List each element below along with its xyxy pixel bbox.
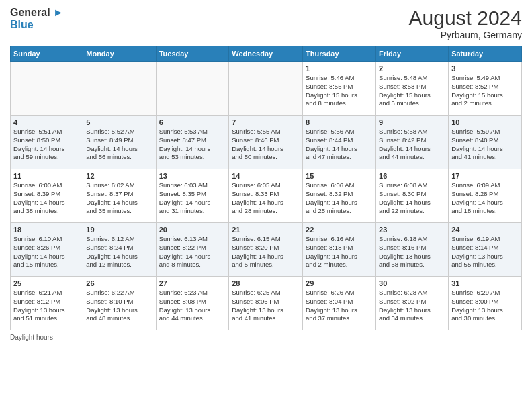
column-header-saturday: Saturday [449, 46, 522, 62]
day-detail: Sunrise: 6:29 AM Sunset: 8:00 PM Dayligh… [451, 289, 519, 323]
calendar-cell: 15Sunrise: 6:06 AM Sunset: 8:32 PM Dayli… [303, 169, 376, 223]
column-header-sunday: Sunday [11, 46, 83, 62]
location: Pyrbaum, Germany [409, 30, 522, 40]
day-number: 28 [232, 279, 300, 287]
day-number: 5 [86, 118, 152, 126]
calendar-cell: 7Sunrise: 5:55 AM Sunset: 8:46 PM Daylig… [229, 116, 303, 169]
day-number: 3 [451, 64, 519, 73]
daylight-label: Daylight hours [10, 334, 53, 341]
calendar-week-3: 11Sunrise: 6:00 AM Sunset: 8:39 PM Dayli… [11, 169, 522, 223]
calendar-cell: 29Sunrise: 6:26 AM Sunset: 8:04 PM Dayli… [303, 277, 376, 330]
day-detail: Sunrise: 5:55 AM Sunset: 8:46 PM Dayligh… [232, 128, 300, 162]
logo: General ► Blue [10, 7, 64, 30]
day-detail: Sunrise: 6:25 AM Sunset: 8:06 PM Dayligh… [232, 289, 300, 323]
day-number: 30 [379, 279, 445, 287]
day-number: 26 [86, 279, 152, 287]
day-detail: Sunrise: 6:15 AM Sunset: 8:20 PM Dayligh… [232, 235, 300, 269]
day-detail: Sunrise: 5:58 AM Sunset: 8:42 PM Dayligh… [379, 128, 445, 162]
calendar-cell: 24Sunrise: 6:19 AM Sunset: 8:14 PM Dayli… [449, 223, 522, 277]
day-detail: Sunrise: 5:49 AM Sunset: 8:52 PM Dayligh… [451, 74, 519, 108]
day-number: 12 [86, 172, 152, 180]
calendar-cell: 30Sunrise: 6:28 AM Sunset: 8:02 PM Dayli… [376, 277, 449, 330]
day-number: 4 [13, 118, 80, 126]
day-detail: Sunrise: 6:05 AM Sunset: 8:33 PM Dayligh… [232, 181, 300, 216]
day-number: 9 [379, 118, 445, 126]
day-number: 15 [306, 172, 373, 180]
calendar-cell: 1Sunrise: 5:46 AM Sunset: 8:55 PM Daylig… [303, 62, 376, 116]
calendar-cell: 17Sunrise: 6:09 AM Sunset: 8:28 PM Dayli… [449, 169, 522, 223]
day-detail: Sunrise: 6:28 AM Sunset: 8:02 PM Dayligh… [379, 289, 445, 323]
day-detail: Sunrise: 6:08 AM Sunset: 8:30 PM Dayligh… [379, 181, 445, 216]
day-number: 16 [379, 172, 445, 180]
day-number: 2 [379, 64, 445, 73]
calendar-week-5: 25Sunrise: 6:21 AM Sunset: 8:12 PM Dayli… [11, 277, 522, 330]
column-header-thursday: Thursday [303, 46, 376, 62]
column-header-wednesday: Wednesday [229, 46, 303, 62]
calendar-cell: 11Sunrise: 6:00 AM Sunset: 8:39 PM Dayli… [11, 169, 83, 223]
day-number: 1 [306, 64, 373, 73]
day-detail: Sunrise: 6:10 AM Sunset: 8:26 PM Dayligh… [13, 235, 80, 269]
calendar-cell: 2Sunrise: 5:48 AM Sunset: 8:53 PM Daylig… [376, 62, 449, 116]
day-detail: Sunrise: 6:16 AM Sunset: 8:18 PM Dayligh… [306, 235, 373, 269]
page-header: General ► Blue August 2024 Pyrbaum, Germ… [10, 7, 522, 40]
calendar-cell: 8Sunrise: 5:56 AM Sunset: 8:44 PM Daylig… [303, 116, 376, 169]
calendar-cell: 10Sunrise: 5:59 AM Sunset: 8:40 PM Dayli… [449, 116, 522, 169]
day-number: 10 [451, 118, 519, 126]
day-number: 20 [159, 226, 226, 234]
calendar-cell: 5Sunrise: 5:52 AM Sunset: 8:49 PM Daylig… [83, 116, 156, 169]
day-detail: Sunrise: 5:46 AM Sunset: 8:55 PM Dayligh… [306, 74, 373, 108]
day-number: 17 [451, 172, 519, 180]
calendar-cell: 13Sunrise: 6:03 AM Sunset: 8:35 PM Dayli… [156, 169, 229, 223]
day-number: 18 [13, 226, 80, 234]
day-number: 11 [13, 172, 80, 180]
calendar-cell [11, 62, 83, 116]
calendar-week-1: 1Sunrise: 5:46 AM Sunset: 8:55 PM Daylig… [11, 62, 522, 116]
calendar-week-2: 4Sunrise: 5:51 AM Sunset: 8:50 PM Daylig… [11, 116, 522, 169]
day-detail: Sunrise: 5:56 AM Sunset: 8:44 PM Dayligh… [306, 128, 373, 162]
column-header-tuesday: Tuesday [156, 46, 229, 62]
month-title: August 2024 [409, 7, 522, 30]
day-number: 23 [379, 226, 445, 234]
calendar-cell: 18Sunrise: 6:10 AM Sunset: 8:26 PM Dayli… [11, 223, 83, 277]
calendar-cell: 23Sunrise: 6:18 AM Sunset: 8:16 PM Dayli… [376, 223, 449, 277]
calendar-cell: 21Sunrise: 6:15 AM Sunset: 8:20 PM Dayli… [229, 223, 303, 277]
day-number: 6 [159, 118, 226, 126]
calendar-cell: 12Sunrise: 6:02 AM Sunset: 8:37 PM Dayli… [83, 169, 156, 223]
calendar-cell: 22Sunrise: 6:16 AM Sunset: 8:18 PM Dayli… [303, 223, 376, 277]
calendar-cell: 20Sunrise: 6:13 AM Sunset: 8:22 PM Dayli… [156, 223, 229, 277]
title-block: August 2024 Pyrbaum, Germany [409, 7, 522, 40]
calendar-cell [156, 62, 229, 116]
day-detail: Sunrise: 5:52 AM Sunset: 8:49 PM Dayligh… [86, 128, 152, 162]
day-detail: Sunrise: 6:09 AM Sunset: 8:28 PM Dayligh… [451, 181, 519, 216]
day-number: 14 [232, 172, 300, 180]
calendar-cell [83, 62, 156, 116]
column-header-monday: Monday [83, 46, 156, 62]
calendar-cell: 14Sunrise: 6:05 AM Sunset: 8:33 PM Dayli… [229, 169, 303, 223]
calendar-cell: 27Sunrise: 6:23 AM Sunset: 8:08 PM Dayli… [156, 277, 229, 330]
calendar-cell: 31Sunrise: 6:29 AM Sunset: 8:00 PM Dayli… [449, 277, 522, 330]
day-detail: Sunrise: 5:48 AM Sunset: 8:53 PM Dayligh… [379, 74, 445, 108]
day-number: 31 [451, 279, 519, 287]
day-detail: Sunrise: 6:03 AM Sunset: 8:35 PM Dayligh… [159, 181, 226, 216]
day-detail: Sunrise: 6:12 AM Sunset: 8:24 PM Dayligh… [86, 235, 152, 269]
day-detail: Sunrise: 5:59 AM Sunset: 8:40 PM Dayligh… [451, 128, 519, 162]
calendar-cell: 4Sunrise: 5:51 AM Sunset: 8:50 PM Daylig… [11, 116, 83, 169]
day-number: 25 [13, 279, 80, 287]
day-number: 8 [306, 118, 373, 126]
logo-text: General ► Blue [10, 7, 64, 30]
day-number: 19 [86, 226, 152, 234]
day-detail: Sunrise: 5:53 AM Sunset: 8:47 PM Dayligh… [159, 128, 226, 162]
calendar-cell: 19Sunrise: 6:12 AM Sunset: 8:24 PM Dayli… [83, 223, 156, 277]
day-detail: Sunrise: 6:22 AM Sunset: 8:10 PM Dayligh… [86, 289, 152, 323]
calendar-week-4: 18Sunrise: 6:10 AM Sunset: 8:26 PM Dayli… [11, 223, 522, 277]
calendar-cell [229, 62, 303, 116]
column-header-friday: Friday [376, 46, 449, 62]
day-detail: Sunrise: 6:00 AM Sunset: 8:39 PM Dayligh… [13, 181, 80, 216]
day-number: 29 [306, 279, 373, 287]
day-detail: Sunrise: 6:06 AM Sunset: 8:32 PM Dayligh… [306, 181, 373, 216]
day-detail: Sunrise: 5:51 AM Sunset: 8:50 PM Dayligh… [13, 128, 80, 162]
day-number: 27 [159, 279, 226, 287]
calendar-cell: 25Sunrise: 6:21 AM Sunset: 8:12 PM Dayli… [11, 277, 83, 330]
day-detail: Sunrise: 6:26 AM Sunset: 8:04 PM Dayligh… [306, 289, 373, 323]
day-number: 22 [306, 226, 373, 234]
